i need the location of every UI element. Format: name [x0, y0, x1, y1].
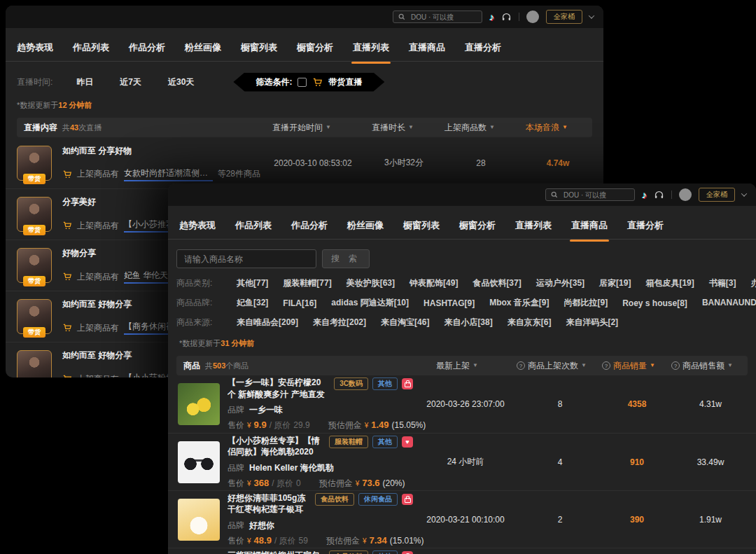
column-label: 商品销量 — [613, 360, 647, 372]
chevron-down-icon[interactable] — [741, 191, 747, 196]
filter-chip[interactable]: Mbox 音乐盒[9] — [489, 297, 549, 309]
product-name-input[interactable] — [176, 249, 316, 268]
filter-chip[interactable]: 来自淘宝[46] — [381, 317, 429, 328]
filter-chip[interactable]: 服装鞋帽[77] — [283, 277, 331, 289]
column-header[interactable]: ? 直播开始时间 ▼ — [249, 122, 354, 134]
chevron-down-icon[interactable] — [589, 13, 594, 18]
column-header[interactable]: ? 上架商品数 ▼ — [431, 122, 508, 134]
tab[interactable]: 直播分析 — [463, 37, 503, 63]
tab[interactable]: 趋势表现 — [178, 215, 217, 241]
filter-chip[interactable]: 来自小店[38] — [444, 317, 492, 328]
product-row: 【小小莎粉丝专享】【情侣同款】海伦凯勒2020年高清尼龙... 服装鞋帽 其他 … — [168, 433, 756, 490]
headset-icon[interactable] — [501, 12, 512, 22]
suite-button[interactable]: 全家桶 — [546, 10, 582, 24]
filter-chip[interactable]: HASHTAG[9] — [424, 297, 475, 309]
column-header[interactable]: ? 直播时长 ▼ — [354, 122, 431, 134]
search-button[interactable]: 搜 索 — [322, 249, 370, 268]
filter-chip[interactable]: 办公文具[3] — [750, 277, 756, 289]
streamer-avatar[interactable]: 带货 — [17, 350, 52, 378]
tab[interactable]: 直播列表 — [514, 215, 553, 241]
sort-caret-icon: ▼ — [727, 363, 733, 368]
filter-chip[interactable]: 钟表配饰[49] — [410, 277, 458, 289]
filter-chip[interactable]: 书籍[3] — [709, 277, 736, 289]
product-title[interactable]: 【小小莎粉丝专享】【情侣同款】海伦凯勒2020年高清尼龙... — [227, 435, 321, 459]
tab[interactable]: 橱窗列表 — [402, 215, 441, 241]
tab[interactable]: 直播商品 — [407, 37, 447, 63]
filter-chip[interactable]: Roey s house[8] — [622, 297, 687, 309]
filter-chip[interactable]: 箱包皮具[19] — [645, 277, 694, 289]
filter-chip[interactable]: FILA[16] — [283, 297, 316, 309]
tab[interactable]: 趋势表现 — [15, 37, 55, 63]
more-products-note: 等28件商品 — [218, 168, 260, 180]
cargo-live-checkbox[interactable] — [298, 78, 307, 87]
filter-chip[interactable]: 食品饮料[37] — [472, 277, 521, 289]
latest-shelf-time-cell: 2020-03-21 00:10:00 — [413, 515, 518, 525]
price-value: 48.9 — [254, 535, 272, 546]
streamer-avatar[interactable]: 带货 — [17, 146, 52, 181]
tab[interactable]: 作品列表 — [234, 215, 273, 241]
product-image[interactable] — [178, 499, 220, 541]
time-filter-option[interactable]: 近7天 — [115, 76, 146, 89]
tab[interactable]: 橱窗列表 — [239, 37, 279, 63]
cargo-badge: 带货 — [23, 327, 46, 338]
sales-cell: 390 — [602, 515, 672, 525]
product-title[interactable]: 好想你清菲菲105g冻干红枣枸杞莲子银耳羹 代餐冲泡即食银耳汤 — [227, 492, 307, 516]
product-link[interactable]: 女款时尚舒适潮流侧条纹宽松透气棉... — [124, 167, 213, 181]
filter-chip[interactable]: 居家[19] — [599, 277, 631, 289]
filter-chip[interactable]: 妃鱼[32] — [237, 297, 268, 309]
product-image[interactable] — [178, 441, 220, 483]
filter-chip[interactable]: 其他[77] — [237, 277, 268, 289]
streamer-avatar[interactable]: 带货 — [17, 248, 52, 283]
tab[interactable]: 粉丝画像 — [183, 37, 223, 63]
filter-line: 商品类别: 其他[77]服装鞋帽[77]美妆护肤[63]钟表配饰[49]食品饮料… — [168, 277, 756, 290]
column-label: 本场音浪 — [526, 122, 559, 134]
filter-chip[interactable]: 尚都比拉[9] — [564, 297, 608, 309]
filter-chip[interactable]: 来自唯品会[209] — [237, 317, 298, 328]
time-filter-option[interactable]: 近30天 — [164, 76, 198, 89]
tab[interactable]: 作品分析 — [127, 37, 167, 63]
global-search-box[interactable] — [393, 11, 482, 23]
product-image[interactable] — [178, 383, 220, 425]
column-header[interactable]: ? 商品销售额 ▼ — [664, 360, 741, 372]
filter-chip[interactable]: 美妆护肤[63] — [346, 277, 395, 289]
filter-chip[interactable]: 来自京东[6] — [507, 317, 552, 328]
column-header[interactable]: ? 商品上架次数 ▼ — [510, 360, 594, 372]
column-header[interactable]: ? 最新上架 ▼ — [405, 360, 510, 372]
tab[interactable]: 橱窗分析 — [458, 215, 497, 241]
tab[interactable]: 直播商品 — [570, 215, 609, 241]
tab[interactable]: 橱窗分析 — [295, 37, 335, 63]
live-title: 如约而至 分享好物 — [62, 145, 260, 157]
product-title[interactable]: 【一乡一味】安岳柠檬20个 新鲜酸爽多汁 产地直发 坏果包赔 — [227, 377, 326, 401]
sort-caret-icon: ▼ — [408, 125, 414, 130]
filter-chip[interactable]: 运动户外[35] — [536, 277, 584, 289]
search-input[interactable] — [562, 191, 629, 200]
tab[interactable]: 作品分析 — [290, 215, 329, 241]
product-title[interactable]: 三将军螺蛳粉柳州正宗包邮2袋 装广西螺蛳粉酸笋速食... — [227, 550, 321, 554]
callout-option-label[interactable]: 带货直播 — [328, 76, 362, 88]
tab[interactable]: 直播分析 — [626, 215, 665, 241]
streamer-avatar[interactable]: 带货 — [17, 299, 52, 334]
filter-chip[interactable]: BANANAUNDER 蕉下[7] — [702, 297, 756, 309]
column-header[interactable]: ? 商品销量 ▼ — [594, 360, 664, 372]
global-search-box[interactable] — [545, 188, 635, 201]
headset-icon[interactable] — [654, 190, 664, 200]
suite-button[interactable]: 全家桶 — [699, 188, 735, 202]
tab[interactable]: 粉丝画像 — [346, 215, 385, 241]
duration-cell: 3小时32分 — [365, 157, 442, 169]
help-icon: ? — [517, 361, 525, 370]
latest-shelf-time-cell: 24 小时前 — [413, 456, 518, 468]
time-filter-option[interactable]: 昨日 — [72, 76, 97, 89]
filter-chip[interactable]: 来自洋码头[2] — [566, 317, 618, 328]
user-avatar[interactable] — [679, 188, 692, 201]
user-avatar[interactable] — [526, 11, 539, 23]
tab[interactable]: 直播列表 — [351, 37, 391, 63]
streamer-avatar[interactable]: 带货 — [17, 197, 52, 232]
column-label: 直播时长 — [372, 122, 405, 134]
currency-symbol: ¥ — [247, 480, 251, 487]
search-input[interactable] — [410, 13, 477, 22]
column-header[interactable]: ? 本场音浪 ▼ — [508, 122, 585, 134]
filter-chip[interactable]: 来自考拉[202] — [313, 317, 366, 328]
tab[interactable]: 作品列表 — [71, 37, 111, 63]
desktop: ♪ 全家桶 趋势表现作品列表作品分析粉丝画像橱窗列表橱窗分析直播列表直播商品直播… — [0, 0, 756, 554]
filter-chip[interactable]: adidas 阿迪达斯[10] — [331, 297, 409, 309]
